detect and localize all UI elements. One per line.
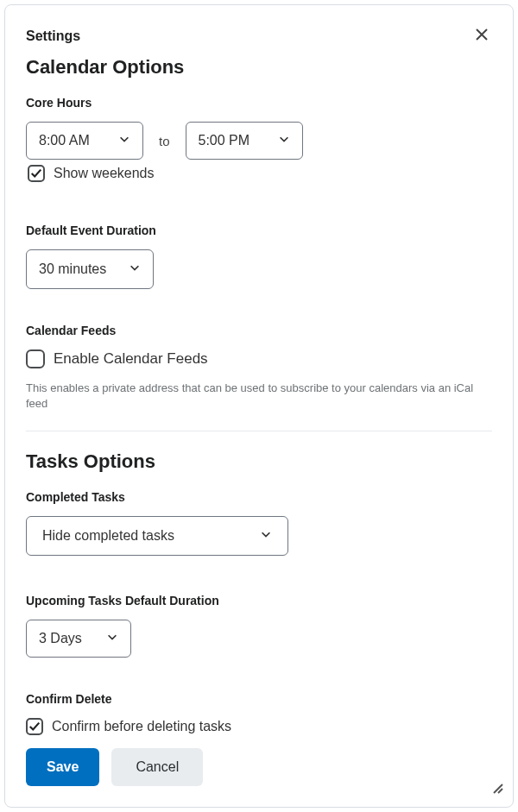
default-duration-select[interactable]: 30 minutes: [26, 249, 154, 289]
enable-feeds-checkbox[interactable]: [26, 349, 45, 368]
core-hours-end-value: 5:00 PM: [199, 133, 250, 148]
core-hours-start-select[interactable]: 8:00 AM: [26, 122, 143, 160]
show-weekends-checkbox[interactable]: [28, 165, 45, 182]
footer-actions: Save Cancel: [26, 748, 492, 786]
chevron-down-icon: [118, 133, 130, 148]
confirm-delete-checkbox-label: Confirm before deleting tasks: [52, 719, 231, 734]
core-hours-start-value: 8:00 AM: [39, 133, 90, 148]
calendar-feeds-helper: This enables a private address that can …: [26, 381, 492, 412]
settings-panel: Settings Calendar Options Core Hours 8:0…: [4, 4, 514, 808]
upcoming-duration-select[interactable]: 3 Days: [26, 620, 131, 658]
default-duration-value: 30 minutes: [39, 261, 106, 277]
core-hours-end-select[interactable]: 5:00 PM: [186, 122, 303, 160]
chevron-down-icon: [278, 133, 290, 148]
calendar-feeds-label: Calendar Feeds: [26, 324, 492, 337]
save-button[interactable]: Save: [26, 748, 99, 786]
chevron-down-icon: [260, 528, 272, 544]
chevron-down-icon: [106, 631, 118, 646]
section-divider: [26, 431, 492, 431]
core-hours-label: Core Hours: [26, 96, 492, 110]
core-hours-row: 8:00 AM to 5:00 PM: [26, 122, 492, 160]
close-button[interactable]: [471, 24, 492, 47]
show-weekends-label: Show weekends: [54, 166, 155, 181]
cancel-button[interactable]: Cancel: [111, 748, 203, 786]
completed-tasks-value: Hide completed tasks: [42, 528, 174, 544]
chevron-down-icon: [129, 261, 141, 277]
resize-handle[interactable]: [490, 781, 504, 798]
upcoming-duration-label: Upcoming Tasks Default Duration: [26, 594, 492, 607]
tasks-options-title: Tasks Options: [26, 450, 492, 473]
upcoming-duration-value: 3 Days: [39, 631, 82, 646]
settings-title: Settings: [26, 28, 80, 44]
confirm-delete-checkbox[interactable]: [26, 718, 43, 735]
calendar-options-title: Calendar Options: [26, 56, 492, 79]
close-icon: [475, 31, 489, 44]
completed-tasks-select[interactable]: Hide completed tasks: [26, 516, 288, 556]
resize-icon: [490, 783, 504, 797]
enable-feeds-row: Enable Calendar Feeds: [26, 349, 492, 368]
default-duration-label: Default Event Duration: [26, 223, 492, 237]
confirm-delete-label: Confirm Delete: [26, 692, 492, 706]
completed-tasks-label: Completed Tasks: [26, 490, 492, 504]
enable-feeds-label: Enable Calendar Feeds: [54, 350, 208, 368]
panel-header: Settings: [26, 24, 492, 47]
core-hours-to-label: to: [159, 134, 170, 148]
confirm-delete-row: Confirm before deleting tasks: [26, 718, 492, 735]
show-weekends-row: Show weekends: [28, 165, 492, 182]
